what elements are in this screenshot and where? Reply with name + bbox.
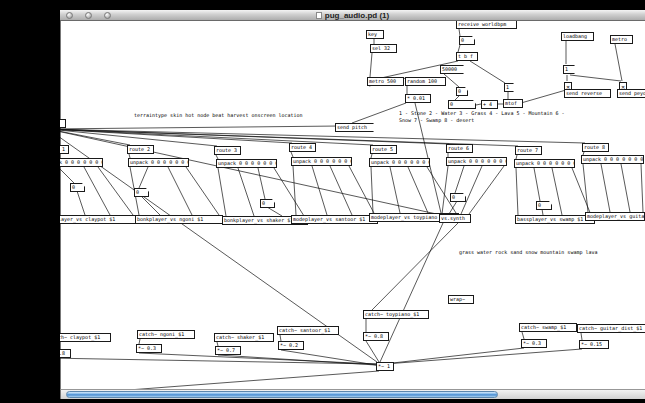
pd-obj-route-7[interactable]: route 7: [515, 146, 542, 155]
patch-cord[interactable]: [621, 164, 630, 212]
pd-obj-metro[interactable]: metro: [610, 35, 633, 44]
patch-cord[interactable]: [98, 167, 133, 215]
pd-obj-route-6[interactable]: route 6: [446, 144, 473, 153]
pd-obj-catch-swamp-1[interactable]: catch~ swamp_$1: [519, 323, 577, 332]
pd-obj-route-8[interactable]: route 8: [582, 143, 609, 152]
pd-obj-0-2[interactable]: *~ 0.2: [278, 341, 304, 350]
patch-cord[interactable]: [427, 167, 456, 213]
patch-cord[interactable]: [312, 166, 327, 215]
patch-cord[interactable]: [48, 126, 340, 129]
patch-cord[interactable]: [583, 164, 588, 212]
minimize-button[interactable]: [85, 12, 92, 19]
patch-cord[interactable]: [84, 167, 110, 215]
patch-cord[interactable]: [384, 348, 524, 364]
patch-cord[interactable]: [516, 168, 518, 215]
patch-cord[interactable]: [408, 167, 428, 213]
patch-cord[interactable]: [601, 164, 610, 212]
patch-cord[interactable]: [455, 96, 459, 100]
pd-num-0[interactable]: 0: [260, 199, 275, 208]
pd-obj-send-peyo[interactable]: send peyo: [617, 89, 645, 98]
patch-cord[interactable]: [615, 44, 622, 81]
patch-cord[interactable]: [77, 191, 85, 215]
pd-obj-mtof[interactable]: mtof: [503, 99, 523, 108]
patch-cord[interactable]: [58, 167, 74, 183]
patch-cord[interactable]: [522, 332, 524, 339]
pd-obj-1[interactable]: *~ 1: [376, 362, 394, 371]
pd-obj-send-reverse[interactable]: send reverse: [564, 89, 611, 98]
patch-cord[interactable]: [218, 355, 376, 365]
patch-cord[interactable]: [552, 168, 562, 215]
pd-obj-catch-santoor-1[interactable]: catch~ santoor_$1: [277, 326, 339, 335]
patch-cord[interactable]: [267, 207, 282, 216]
pd-num-0[interactable]: 0: [448, 100, 476, 109]
patch-cord[interactable]: [572, 168, 591, 215]
patch-cord[interactable]: [218, 168, 226, 216]
patch-cord[interactable]: [48, 129, 373, 145]
patch-cord[interactable]: [139, 167, 148, 188]
pd-obj-0-8[interactable]: *~ 0.8: [363, 332, 389, 341]
close-button[interactable]: [66, 12, 73, 19]
patch-cord[interactable]: [442, 166, 448, 214]
pd-obj-catch-ngoni-1[interactable]: catch~ ngoni_$1: [137, 330, 195, 339]
scrollbar-thumb[interactable]: [66, 391, 498, 398]
pd-obj-sel-32[interactable]: sel 32: [370, 44, 397, 53]
pd-obj-unpack-0-0-0-0-0-0-0[interactable]: unpack 0 0 0 0 0 0 0: [128, 158, 189, 167]
patch-cord[interactable]: [469, 166, 504, 214]
patch-cord[interactable]: [581, 333, 582, 340]
pd-obj-t-b-f[interactable]: t b f: [456, 52, 478, 61]
pd-num-0[interactable]: 0: [536, 201, 552, 210]
patch-cord[interactable]: [168, 167, 192, 215]
pd-obj-bonkplayer-vs-claypot-1[interactable]: bonkplayer_vs claypot $1: [41, 215, 137, 224]
pd-num-0[interactable]: 0: [134, 188, 149, 197]
pd-obj-catch-shaker-1[interactable]: catch~ shaker_$1: [214, 333, 274, 342]
pd-obj-metro-500[interactable]: metro 500: [367, 77, 404, 86]
pd-obj-0-15[interactable]: *~ 0.15: [579, 340, 609, 349]
pd-obj-unpack-0-0-0-0-0-0-0[interactable]: unpack 0 0 0 0 0 0 0: [581, 155, 644, 164]
patch-cord[interactable]: [458, 45, 460, 52]
pd-obj-unpack-0-0-0-0-0-0-0[interactable]: unpack 0 0 0 0 0 0 0: [369, 158, 430, 167]
pd-obj-modeplayer-vs-guitar-di[interactable]: modeplayer_vs guitar_di: [585, 212, 645, 221]
pd-obj-0-8[interactable]: *~ 0.8: [45, 349, 71, 358]
patch-cord[interactable]: [141, 196, 160, 215]
pd-obj-0-01[interactable]: * 0.01: [405, 94, 431, 103]
pd-obj-receive-worldbpm[interactable]: receive worldbpm: [456, 20, 517, 29]
pd-obj-unpack-0-0-0-0-0-0-0[interactable]: unpack 0 0 0 0 0 0 0: [514, 159, 575, 168]
patch-cord[interactable]: [371, 167, 373, 213]
pd-num-0[interactable]: 0: [70, 183, 85, 192]
patch-cord[interactable]: [444, 74, 459, 87]
pd-obj-random-100[interactable]: random 100: [405, 77, 446, 86]
patch-cord[interactable]: [238, 168, 254, 216]
patch-cord[interactable]: [390, 167, 400, 213]
pd-obj-modeplayer-vs-santoor-1[interactable]: modeplayer_vs santoor $1: [291, 215, 378, 224]
pd-obj-unpack-0-0-0-0-0-0-0[interactable]: unpack 0 0 0 0 0 0 0: [446, 157, 507, 166]
patch-cord[interactable]: [293, 166, 296, 215]
patch-cord[interactable]: [274, 168, 304, 216]
pd-num-0[interactable]: 0: [450, 193, 466, 202]
pd-msg-50000[interactable]: 50000: [440, 65, 464, 74]
pd-obj-key[interactable]: key: [366, 30, 384, 39]
patch-cord[interactable]: [372, 223, 458, 310]
pd-obj-unpack-0-0-0-0-0-0-0[interactable]: unpack 0 0 0 0 0 0 0: [42, 158, 103, 167]
pd-obj-vs-synth[interactable]: vs.synth: [439, 214, 471, 223]
patch-cord[interactable]: [139, 353, 376, 364]
patch-cord[interactable]: [48, 129, 441, 215]
pd-obj-catch-claypot-1[interactable]: catch~ claypot_$1: [47, 333, 111, 342]
horizontal-scrollbar[interactable]: [60, 389, 645, 399]
pd-obj-catch-toypiano-1[interactable]: catch~ toypiano_$1: [363, 310, 429, 319]
patch-cord[interactable]: [48, 129, 585, 143]
patch-cord[interactable]: [455, 166, 464, 193]
patch-cord[interactable]: [370, 53, 372, 77]
patch-cord[interactable]: [385, 349, 582, 364]
patch-cord[interactable]: [47, 358, 376, 364]
pd-obj-bassplayer-vs-swamp-1[interactable]: bassplayer_vs swamp $1: [515, 215, 595, 224]
pd-obj-0-3[interactable]: *~ 0.3: [136, 344, 162, 353]
pd-msg-send-pitch[interactable]: send pitch: [335, 123, 374, 132]
patch-cord[interactable]: [47, 342, 50, 349]
patch-cord[interactable]: [534, 168, 540, 201]
patch-cord[interactable]: [330, 166, 352, 215]
pd-num-0[interactable]: 0: [459, 36, 475, 45]
zoom-button[interactable]: [104, 12, 111, 19]
patch-cord[interactable]: [459, 29, 460, 36]
pd-obj-catch-guitar-dist-1[interactable]: catch~ guitar_dist_$1: [577, 324, 645, 333]
pd-obj-inlet[interactable]: inlet: [42, 119, 66, 128]
